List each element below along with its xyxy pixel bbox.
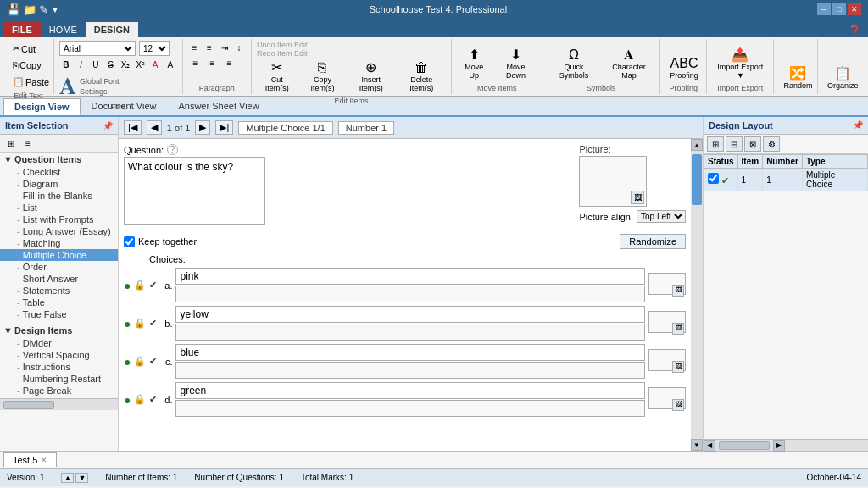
choice-radio-b[interactable]: ● (124, 317, 131, 330)
minimize-button[interactable]: ─ (817, 3, 831, 15)
item-multiple-choice[interactable]: Multiple Choice (0, 249, 118, 261)
center-vscroll[interactable]: ▲ ▼ (691, 139, 703, 451)
nav-next-button[interactable]: ▶ (195, 120, 210, 135)
character-map-button[interactable]: 𝐀 Character Map (604, 46, 655, 82)
question-help-icon[interactable]: ? (167, 144, 178, 155)
panel-tool-1[interactable]: ⊞ (3, 136, 19, 150)
choice-pic-btn-d[interactable]: 🖼 (672, 399, 684, 411)
font-color-button[interactable]: A (148, 58, 162, 71)
list-indent-button[interactable]: ⇥ (218, 41, 231, 54)
question-items-group[interactable]: ▼ Question Items (0, 152, 118, 166)
keep-together-label[interactable]: Keep together (124, 236, 197, 247)
choice-pic-btn-b[interactable]: 🖼 (672, 323, 684, 335)
nav-first-button[interactable]: |◀ (124, 120, 142, 135)
scroll-up-button[interactable]: ▲ (691, 139, 703, 151)
choice-radio-d[interactable]: ● (124, 393, 131, 407)
choice-input-d[interactable] (175, 382, 645, 399)
item-divider[interactable]: Divider (0, 337, 118, 349)
item-list[interactable]: List (0, 202, 118, 214)
left-hscroll-thumb[interactable] (3, 401, 54, 409)
item-page-break[interactable]: Page Break (0, 385, 118, 396)
design-items-group[interactable]: ▼ Design Items (0, 324, 118, 337)
tab-test5[interactable]: Test 5 ✕ (3, 452, 57, 467)
superscript-button[interactable]: X² (134, 58, 147, 71)
help-icon[interactable]: ❓ (848, 25, 861, 37)
status-checkbox[interactable] (708, 173, 719, 184)
align-right-button[interactable]: ≡ (222, 56, 237, 69)
choice-check-b[interactable]: ✔ (149, 318, 157, 329)
choice-input-a[interactable] (175, 268, 645, 285)
item-table[interactable]: Table (0, 297, 118, 308)
maximize-button[interactable]: □ (832, 3, 846, 15)
paste-button[interactable]: 📋 Paste (8, 74, 53, 90)
random-button[interactable]: 🔀 Random (779, 64, 816, 92)
move-down-button[interactable]: ⬇ Move Down (494, 46, 537, 82)
choice-radio-c[interactable]: ● (124, 355, 131, 369)
item-diagram[interactable]: Diagram (0, 178, 118, 190)
scroll-down-button[interactable]: ▼ (691, 439, 703, 451)
window-controls[interactable]: ─ □ ✕ (817, 3, 861, 15)
choice-subinput-a[interactable] (175, 286, 645, 302)
choice-subinput-d[interactable] (175, 400, 645, 417)
item-long-answer[interactable]: Long Answer (Essay) (0, 225, 118, 237)
align-center-button[interactable]: ≡ (205, 56, 220, 69)
design-tool-2[interactable]: ⊟ (726, 136, 743, 152)
proofing-button[interactable]: ABC Proofing (665, 54, 703, 82)
choice-input-b[interactable] (175, 306, 645, 323)
left-panel-hscroll[interactable] (0, 398, 118, 410)
randomize-button[interactable]: Randomize (620, 234, 686, 249)
bold-button[interactable]: B (59, 58, 73, 71)
choice-check-c[interactable]: ✔ (149, 356, 157, 367)
table-row[interactable]: ✔ 1 1 Multiple Choice (704, 169, 868, 191)
quick-symbols-button[interactable]: Ω Quick Symbols (548, 46, 599, 82)
highlight-button[interactable]: A (164, 58, 177, 71)
view-tab-design[interactable]: Design View (3, 98, 81, 115)
design-tool-4[interactable]: ⚙ (763, 136, 780, 152)
item-short-answer[interactable]: Short Answer (0, 273, 118, 285)
panel-tool-2[interactable]: ≡ (20, 136, 36, 150)
choice-pic-btn-a[interactable]: 🖼 (672, 285, 684, 297)
list-unordered-button[interactable]: ≡ (188, 41, 202, 54)
design-scroll-right[interactable]: ▶ (773, 440, 785, 452)
font-selector[interactable]: Arial (59, 41, 136, 56)
choice-subinput-b[interactable] (175, 324, 645, 341)
choice-pic-btn-c[interactable]: 🖼 (672, 361, 684, 373)
design-hscroll-thumb[interactable] (719, 441, 770, 450)
choice-lock-a[interactable]: 🔒 (134, 280, 146, 291)
panel-pin-icon[interactable]: 📌 (103, 121, 113, 130)
design-hscroll[interactable]: ◀ ▶ (704, 439, 868, 451)
design-tool-3[interactable]: ⊠ (744, 136, 761, 152)
copy-button[interactable]: ⎘ Copy (8, 58, 46, 73)
view-tab-answer-sheet[interactable]: Answer Sheet View (167, 97, 270, 114)
choice-input-c[interactable] (175, 344, 645, 361)
nav-prev-button[interactable]: ◀ (147, 120, 162, 135)
strikethrough-button[interactable]: S (104, 58, 118, 71)
font-size-selector[interactable]: 12 (139, 41, 170, 56)
item-matching[interactable]: Matching (0, 237, 118, 249)
tab-design[interactable]: DESIGN (86, 22, 138, 37)
design-tool-1[interactable]: ⊞ (707, 136, 724, 152)
item-numbering-restart[interactable]: Numbering Restart (0, 373, 118, 385)
close-button[interactable]: ✕ (848, 3, 861, 15)
tab-file[interactable]: FILE (3, 22, 41, 37)
list-outdent-button[interactable]: ↕ (232, 41, 246, 54)
choice-lock-b[interactable]: 🔒 (134, 318, 146, 329)
design-pin-icon[interactable]: 📌 (853, 120, 863, 130)
underline-button[interactable]: U (89, 58, 103, 71)
nav-last-button[interactable]: ▶| (215, 120, 233, 135)
cut-button[interactable]: ✂ Cut (8, 41, 40, 57)
item-checklist[interactable]: Checklist (0, 166, 118, 178)
picture-insert-button[interactable]: 🖼 (631, 191, 644, 204)
scroll-thumb[interactable] (692, 154, 702, 205)
tab-home[interactable]: HOME (41, 22, 86, 37)
version-down-button[interactable]: ▼ (75, 473, 88, 483)
item-order[interactable]: Order (0, 261, 118, 273)
picture-align-select[interactable]: Top Left (637, 210, 686, 223)
list-ordered-button[interactable]: ≡ (203, 41, 216, 54)
choice-radio-a[interactable]: ● (124, 279, 131, 292)
item-statements[interactable]: Statements (0, 285, 118, 297)
delete-item-button[interactable]: 🗑 Delete Item(s) (397, 58, 446, 95)
cut-item-button[interactable]: ✂ Cut Item(s) (257, 58, 298, 95)
item-list-prompts[interactable]: List with Prompts (0, 214, 118, 225)
choice-lock-d[interactable]: 🔒 (134, 394, 146, 405)
